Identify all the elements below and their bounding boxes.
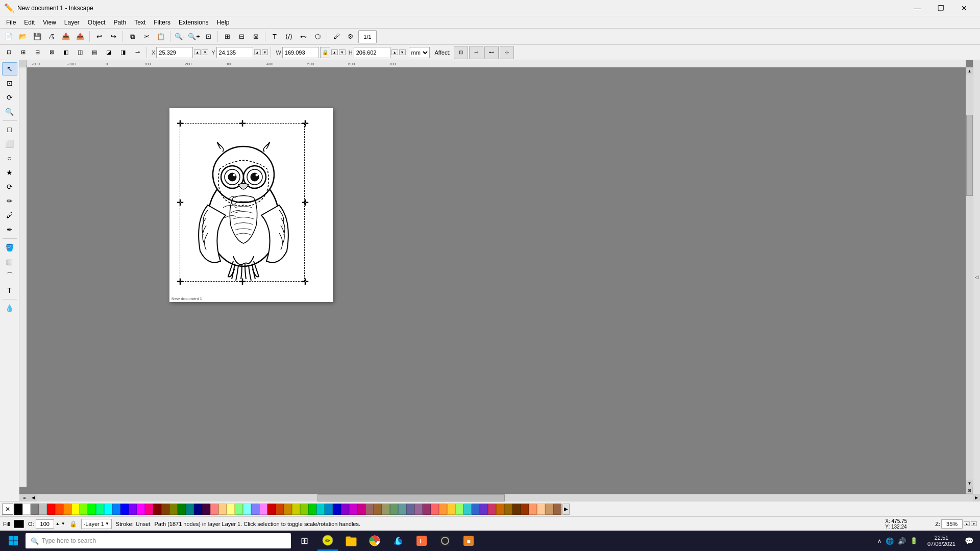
- affect-btn-2[interactable]: ⊸: [469, 46, 483, 59]
- palette-lightyellow[interactable]: [227, 504, 235, 515]
- tool-zoom[interactable]: 🔍: [2, 105, 17, 118]
- undo-button[interactable]: ↩: [92, 30, 106, 43]
- palette-violet[interactable]: [129, 504, 137, 515]
- right-scrollbar[interactable]: ▲ ▼: [966, 67, 973, 487]
- palette-d5[interactable]: [463, 504, 472, 515]
- taskbar-app3[interactable]: ■: [458, 531, 479, 551]
- taskbar-app2[interactable]: [435, 531, 455, 551]
- w-input[interactable]: [282, 47, 319, 58]
- palette-salmon[interactable]: [210, 504, 218, 515]
- scroll-up-btn[interactable]: ▲: [966, 67, 973, 74]
- y-spinner-down[interactable]: ▼: [262, 49, 268, 55]
- y-input[interactable]: [216, 47, 253, 58]
- transform-button[interactable]: ⊟: [235, 30, 248, 43]
- menu-view[interactable]: View: [39, 18, 60, 27]
- tool-bucket[interactable]: 🪣: [2, 241, 17, 254]
- palette-medblue[interactable]: [333, 504, 341, 515]
- xml-editor-btn[interactable]: ⟨/⟩: [282, 30, 296, 43]
- palette-e2[interactable]: [504, 504, 512, 515]
- palette-e8[interactable]: [553, 504, 561, 515]
- palette-navy[interactable]: [194, 504, 202, 515]
- zoom-in-button[interactable]: 🔍+: [187, 30, 201, 43]
- snap-btn-1[interactable]: ⊡: [2, 46, 15, 59]
- menu-path[interactable]: Path: [110, 18, 131, 27]
- lock-btn[interactable]: 🔒: [320, 47, 330, 58]
- copy-button[interactable]: ⧉: [126, 30, 139, 43]
- snap-btn-2[interactable]: ⊞: [16, 46, 30, 59]
- scroll-left-btn[interactable]: ◀: [30, 494, 37, 502]
- palette-deeppink[interactable]: [145, 504, 153, 515]
- palette-e6[interactable]: [537, 504, 545, 515]
- palette-hotpink[interactable]: [357, 504, 365, 515]
- tool-connector[interactable]: ⌒: [2, 269, 17, 283]
- h-scroll-thumb[interactable]: [317, 494, 505, 502]
- palette-d6[interactable]: [472, 504, 480, 515]
- palette-sienna[interactable]: [276, 504, 284, 515]
- palette-magenta[interactable]: [137, 504, 145, 515]
- import-button[interactable]: 📥: [59, 30, 72, 43]
- object-props-btn[interactable]: ⊷: [297, 30, 310, 43]
- snap-btn-5[interactable]: ◧: [59, 46, 72, 59]
- inkscape-prefs-btn[interactable]: ⚙: [344, 30, 357, 43]
- paste-button[interactable]: 📋: [154, 30, 167, 43]
- tool-star[interactable]: ★: [2, 166, 17, 179]
- unit-select[interactable]: mmpxcmin: [409, 47, 430, 58]
- y-spinner-up[interactable]: ▲: [254, 49, 261, 55]
- open-button[interactable]: 📂: [16, 30, 30, 43]
- palette-e7[interactable]: [545, 504, 553, 515]
- scroll-thumb-v[interactable]: [966, 115, 973, 196]
- close-button[interactable]: ✕: [952, 0, 976, 16]
- snap-btn-9[interactable]: ◨: [116, 46, 130, 59]
- palette-yellow[interactable]: [71, 504, 80, 515]
- palette-medcyan[interactable]: [316, 504, 325, 515]
- scroll-page-toggle[interactable]: ≡: [19, 494, 30, 502]
- scroll-down-btn[interactable]: ▼: [966, 480, 973, 487]
- menu-layer[interactable]: Layer: [60, 18, 84, 27]
- taskbar-app1[interactable]: F: [411, 531, 432, 551]
- affect-btn-1[interactable]: ⊡: [454, 46, 468, 59]
- palette-indigo[interactable]: [341, 504, 349, 515]
- palette-chartreuse[interactable]: [80, 504, 88, 515]
- zoom-fit-button[interactable]: ⊡: [202, 30, 215, 43]
- palette-lightgreen[interactable]: [235, 504, 243, 515]
- no-fill-swatch[interactable]: ✕: [2, 504, 13, 515]
- palette-e5[interactable]: [529, 504, 537, 515]
- zoom-down-btn[interactable]: ▼: [971, 521, 977, 526]
- palette-slategray[interactable]: [398, 504, 406, 515]
- expand-btn[interactable]: ⊡: [966, 487, 973, 494]
- palette-e1[interactable]: [496, 504, 504, 515]
- palette-lightcyan[interactable]: [243, 504, 251, 515]
- opacity-spinner-up[interactable]: ▲: [56, 521, 60, 526]
- palette-cyan[interactable]: [104, 504, 112, 515]
- snap-btn-10[interactable]: ⊸: [131, 46, 144, 59]
- x-spinner-down[interactable]: ▼: [202, 49, 208, 55]
- h-input[interactable]: [354, 47, 390, 58]
- x-spinner-up[interactable]: ▲: [194, 49, 201, 55]
- palette-e3[interactable]: [512, 504, 521, 515]
- palette-black[interactable]: [14, 504, 22, 515]
- snap-btn-7[interactable]: ▤: [88, 46, 101, 59]
- cut-button[interactable]: ✂: [140, 30, 153, 43]
- h-spinner-down[interactable]: ▼: [399, 49, 406, 55]
- palette-medmagenta[interactable]: [349, 504, 357, 515]
- save-button[interactable]: 💾: [31, 30, 44, 43]
- palette-dodgerblue[interactable]: [112, 504, 120, 515]
- clock-display[interactable]: 22:51 07/06/2021: [924, 535, 959, 547]
- palette-teal[interactable]: [186, 504, 194, 515]
- tool-circle[interactable]: ○: [2, 152, 17, 165]
- maximize-button[interactable]: ❐: [929, 0, 952, 16]
- layer-dropdown[interactable]: -Layer 1 ▼: [81, 519, 112, 529]
- palette-mauve[interactable]: [414, 504, 423, 515]
- taskbar-edge[interactable]: [388, 531, 408, 551]
- tool-select[interactable]: ↖: [2, 62, 17, 76]
- new-button[interactable]: 📄: [2, 30, 15, 43]
- palette-d8[interactable]: [488, 504, 496, 515]
- w-spinner-up[interactable]: ▲: [331, 49, 338, 55]
- print-button[interactable]: 🖨: [45, 30, 58, 43]
- palette-gray2[interactable]: [39, 504, 47, 515]
- minimize-button[interactable]: —: [905, 0, 929, 16]
- palette-cornblue[interactable]: [325, 504, 333, 515]
- w-spinner-down[interactable]: ▼: [339, 49, 346, 55]
- affect-btn-3[interactable]: ⊷: [484, 46, 499, 59]
- palette-e4[interactable]: [521, 504, 529, 515]
